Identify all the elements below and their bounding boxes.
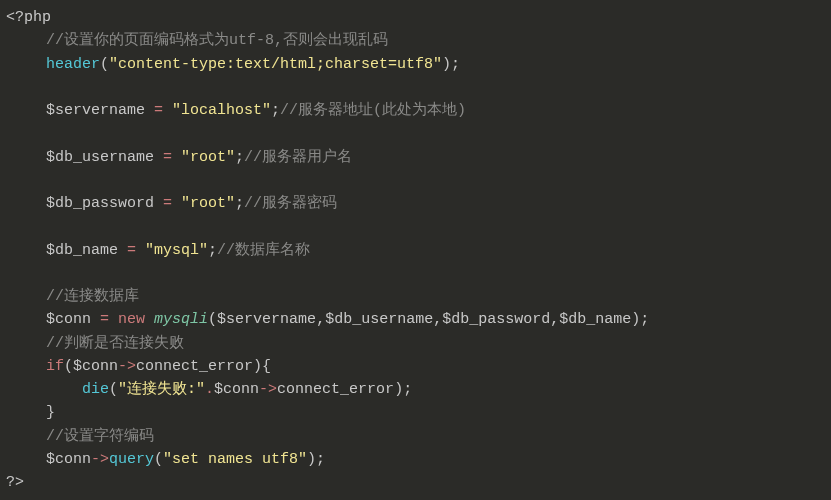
stmt-db-name: $db_name = "mysql";//数据库名称	[6, 239, 831, 262]
stmt-conn-new: $conn = new mysqli($servername,$db_usern…	[6, 308, 831, 331]
stmt-query: $conn->query("set names utf8");	[6, 448, 831, 471]
blank-line	[6, 262, 831, 285]
comment-encoding: //设置你的页面编码格式为utf-8,否则会出现乱码	[6, 29, 831, 52]
php-open-tag: <?php	[6, 6, 831, 29]
stmt-die: die("连接失败:".$conn->connect_error);	[6, 378, 831, 401]
comment-connect: //连接数据库	[6, 285, 831, 308]
stmt-if: if($conn->connect_error){	[6, 355, 831, 378]
stmt-servername: $servername = "localhost";//服务器地址(此处为本地)	[6, 99, 831, 122]
php-close-tag: ?>	[6, 471, 831, 494]
blank-line	[6, 122, 831, 145]
blank-line	[6, 215, 831, 238]
stmt-header: header("content-type:text/html;charset=u…	[6, 53, 831, 76]
stmt-db-password: $db_password = "root";//服务器密码	[6, 192, 831, 215]
blank-line	[6, 169, 831, 192]
blank-line	[6, 76, 831, 99]
stmt-close-brace: }	[6, 401, 831, 424]
stmt-db-username: $db_username = "root";//服务器用户名	[6, 146, 831, 169]
comment-check-fail: //判断是否连接失败	[6, 332, 831, 355]
comment-set-charset: //设置字符编码	[6, 425, 831, 448]
